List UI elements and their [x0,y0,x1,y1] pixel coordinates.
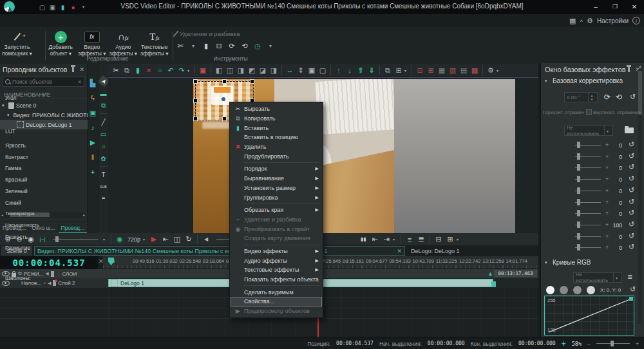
dropdown-icon[interactable]: ▾ [457,237,461,241]
selection-handle[interactable] [223,80,226,83]
menu-item-порядок[interactable]: Порядок▶ [231,164,322,174]
close-tab-icon[interactable]: ✕ [394,248,402,254]
tooltip-icon[interactable]: ❝ [99,194,108,203]
effects-scrollbar[interactable] [638,70,642,324]
go-start-icon[interactable]: ⇤ [160,234,171,245]
subtitles-icon[interactable]: SUB [99,182,108,191]
templates-dropdown[interactable]: Не использовать▾ [573,272,622,283]
grid-icon[interactable]: ▦ [437,65,447,75]
ribbon-button-video-fx[interactable]: fxВидеоэффекты ▾ [77,27,108,57]
work-interval-icon[interactable]: [−] [37,234,48,245]
selection-handle[interactable] [194,80,197,83]
slider-plus-icon[interactable]: + [605,153,609,160]
group-icon[interactable]: ⧉ [383,65,393,75]
preview-quality-eye-icon[interactable]: ◉ [115,234,125,245]
dropdown-icon[interactable]: ▾ [393,237,397,241]
menu-item-аудио-эффекты[interactable]: Аудио эффекты▶ [231,256,322,265]
menu-item-группировка[interactable]: Группировка▶ [231,193,322,202]
timeline-marker-icon[interactable]: ▲ [488,270,493,277]
slider-reset-icon[interactable]: ↺ [629,209,634,217]
caret-icon[interactable]: ▾ [545,260,549,265]
clip-end-handle[interactable] [491,281,496,287]
resolution-select[interactable]: 720p [126,236,142,243]
counter-icon[interactable]: ‖ [88,152,98,162]
slider-handle[interactable] [577,199,580,205]
crop-icon[interactable]: ⊡ [214,41,224,51]
settings-icon[interactable]: ⚙ [486,65,496,75]
rect-multi-icon[interactable]: ⧉ [99,101,108,110]
caret-icon[interactable]: ▾ [7,113,10,118]
chevron-down-icon[interactable]: ˅ [43,281,46,285]
slider-handle[interactable] [577,176,580,182]
speed-clock-icon[interactable]: ◷ [252,41,263,51]
paste-icon[interactable]: ▮ [133,65,143,75]
ribbon-button-wand[interactable]: ✦Запуститьпомощник ▾ [1,27,33,57]
video-icon[interactable]: ▶ [88,137,98,147]
menu-item-копировать[interactable]: ⧉Копировать [231,114,322,124]
angle-input[interactable]: 0.00 °▴▾ [564,92,598,102]
curve-editor[interactable]: 255128 [544,296,634,335]
dropdown-icon[interactable]: ▾ [188,41,198,51]
copy-icon[interactable]: ⧉ [122,65,132,75]
maximize-button[interactable]: ❐ [605,0,625,13]
rotate-cw-icon[interactable]: ⟳ [604,93,611,102]
send-back-icon[interactable]: ⇓ [366,65,377,75]
fit-height-icon[interactable]: ⇕ [296,65,306,75]
insert-object-icon[interactable]: ≡ [404,234,415,245]
info-icon[interactable]: i [632,17,640,24]
selection-handle[interactable] [251,80,254,83]
bring-front-icon[interactable]: ⇑ [355,65,366,75]
align-top-icon[interactable]: ◩ [247,65,257,75]
curve-channel-3-icon[interactable] [586,285,596,295]
slider-reset-icon[interactable]: ↺ [629,243,634,251]
spinner-icon[interactable]: ▴▾ [588,93,595,102]
sprite-add-icon[interactable]: ⊞ [426,65,436,75]
slider-plus-icon[interactable]: + [605,210,609,216]
search-input[interactable]: Поиск объектов ✕ [3,77,84,87]
basic-correction-section[interactable]: ▾Базовая корректировка [545,77,623,84]
align-bottom-icon[interactable]: ◨ [269,65,279,75]
volume-icon[interactable]: ◀ [201,234,211,245]
fit-rect-icon[interactable]: ▣ [307,65,317,75]
slider-reset-icon[interactable]: ↺ [629,152,634,160]
slider-plus-icon[interactable]: + [605,176,609,182]
speaker-icon[interactable]: ◀ [48,281,51,286]
ribbon-button-audio-fx[interactable]: ∩fxАудиоэффекты ▾ [108,27,139,57]
clear-search-icon[interactable]: ✕ [77,79,82,85]
rectangle-icon[interactable]: ▭ [99,129,108,138]
dropdown-icon[interactable]: ▾ [404,68,409,73]
ellipse-select-icon[interactable]: ○ [155,65,165,75]
slider-handle[interactable] [577,233,580,240]
menu-item-выравнивание[interactable]: Выравнивание▶ [231,174,322,184]
slider-reset-icon[interactable]: ↺ [629,163,634,171]
slider-plus-icon[interactable]: + [605,142,609,148]
dropdown-icon[interactable]: ▾ [613,273,620,282]
marquee-select-icon[interactable]: ▣ [198,65,208,75]
speaker-icon[interactable]: ◀ [45,271,48,276]
lut-dropdown[interactable]: Не использовать▾ [564,126,613,136]
curve-channel-0-icon[interactable] [545,285,555,295]
flip-vertical-checkbox[interactable] [586,109,592,115]
original-size-icon[interactable]: ▢ [317,65,328,75]
image-icon[interactable]: ▣ [88,108,98,118]
pin-icon[interactable] [72,67,74,72]
ribbon-button-add-object[interactable]: +Добавитьобъект ▾ [45,27,77,57]
snap-guides-icon[interactable]: ▩ [469,65,480,75]
zoom-in-icon[interactable]: + [636,341,639,347]
slider-plus-icon[interactable]: + [605,199,609,205]
text-icon[interactable]: T [99,170,108,179]
loop-icon[interactable]: ↻ [184,234,194,245]
scroll-up-icon[interactable]: ▲ [638,64,642,68]
slider-reset-icon[interactable]: ↺ [629,198,634,206]
snap-grid-icon[interactable]: ▥ [448,65,458,75]
angle-reset-icon[interactable]: ↺ [630,93,636,101]
settings-button[interactable]: Настройки [597,17,629,24]
collapse-ribbon-icon[interactable]: ˄ [580,18,583,24]
video-object-tab[interactable]: Видео: ПРИКОЛЫ С ЖИВОТНЫМИ №140 Смешные … [34,246,405,256]
menu-item-вставить-в-позицию[interactable]: Вставить в позицию [231,133,322,142]
frame-icon[interactable]: ▮ [201,41,211,51]
pin-icon[interactable] [628,67,630,72]
folder-icon[interactable] [625,127,634,133]
slider-reset-icon[interactable]: ↺ [629,174,634,183]
ribbon-button-text-fx[interactable]: TfxТекстовыеэффекты ▾ [139,27,171,57]
